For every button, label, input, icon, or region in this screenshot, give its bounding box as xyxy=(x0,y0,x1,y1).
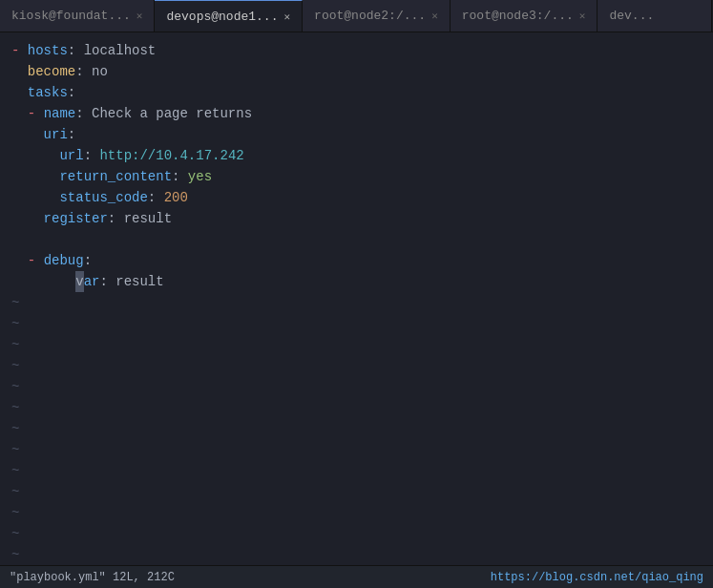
dash-name: - xyxy=(28,103,44,124)
editor: - hosts: localhost become: no tasks: - n… xyxy=(0,32,713,565)
tab-dev[interactable]: dev... xyxy=(598,0,712,32)
val-url: http://10.4.17.242 xyxy=(99,145,243,166)
colon-url: : xyxy=(84,145,100,166)
key-uri: uri xyxy=(44,124,68,145)
indent-reg xyxy=(11,208,44,229)
editor-content[interactable]: - hosts: localhost become: no tasks: - n… xyxy=(0,36,713,561)
key-var: ar xyxy=(84,271,100,292)
tilde-5: ~ xyxy=(4,376,713,397)
val-return-content: yes xyxy=(188,166,212,187)
tab-devops-close[interactable]: ✕ xyxy=(283,10,290,23)
tab-devops-label: devops@node1... xyxy=(166,10,278,24)
colon-sc: : xyxy=(148,187,164,208)
colon-var: : xyxy=(99,271,115,292)
line-1: - hosts: localhost xyxy=(4,40,713,61)
tilde-12: ~ xyxy=(4,523,713,544)
dash-hosts: - xyxy=(11,40,28,61)
tilde-2: ~ xyxy=(4,313,713,334)
tilde-9: ~ xyxy=(4,460,713,481)
tilde-6: ~ xyxy=(4,397,713,418)
key-hosts: hosts xyxy=(28,40,68,61)
key-register: register xyxy=(44,208,108,229)
line-8: status_code: 200 xyxy=(4,187,713,208)
line-5: uri: xyxy=(4,124,713,145)
line-10 xyxy=(4,229,713,250)
val-status-code: 200 xyxy=(164,187,188,208)
key-name: name xyxy=(44,103,76,124)
tab-kiosk-label: kiosk@foundat... xyxy=(11,9,131,23)
key-return-content: return_content xyxy=(59,166,172,187)
tilde-4: ~ xyxy=(4,355,713,376)
tilde-1: ~ xyxy=(4,292,713,313)
indent-name xyxy=(11,103,28,124)
indent-tasks xyxy=(11,82,28,103)
line-6: url: http://10.4.17.242 xyxy=(4,145,713,166)
tab-root-node2-label: root@node2:/... xyxy=(314,9,426,23)
line-12: var: result xyxy=(4,271,713,292)
colon-reg: : xyxy=(108,208,124,229)
val-register: result xyxy=(124,208,172,229)
indent-uri xyxy=(11,124,44,145)
line-3: tasks: xyxy=(4,82,713,103)
colon-become: : xyxy=(75,61,92,82)
tab-root-node2-close[interactable]: ✕ xyxy=(431,10,438,22)
tab-root-node2[interactable]: root@node2:/... ✕ xyxy=(303,0,451,32)
tilde-8: ~ xyxy=(4,439,713,460)
dash-debug: - xyxy=(28,250,44,271)
line-11: - debug: xyxy=(4,250,713,271)
tab-kiosk-close[interactable]: ✕ xyxy=(136,10,143,22)
indent-debug xyxy=(11,250,28,271)
colon-debug: : xyxy=(84,250,92,271)
indent-url xyxy=(11,145,59,166)
cursor-char: v xyxy=(75,271,83,292)
key-debug: debug xyxy=(44,250,84,271)
indent-sc xyxy=(11,187,59,208)
tab-root-node3-close[interactable]: ✕ xyxy=(579,10,586,22)
val-var: result xyxy=(115,271,163,292)
indent-var xyxy=(11,271,75,292)
line-7: return_content: yes xyxy=(4,166,713,187)
tilde-7: ~ xyxy=(4,418,713,439)
status-bar: "playbook.yml" 12L, 212C https://blog.cs… xyxy=(0,565,713,588)
val-name: Check a page returns xyxy=(92,103,252,124)
tilde-10: ~ xyxy=(4,481,713,502)
key-become: become xyxy=(28,61,75,82)
tab-root-node3-label: root@node3:/... xyxy=(462,9,574,23)
colon-rc: : xyxy=(172,166,188,187)
key-status-code: status_code xyxy=(59,187,147,208)
tilde-3: ~ xyxy=(4,334,713,355)
key-url: url xyxy=(59,145,83,166)
indent-become xyxy=(11,61,28,82)
tab-bar: kiosk@foundat... ✕ devops@node1... ✕ roo… xyxy=(0,0,713,32)
colon-name: : xyxy=(75,103,92,124)
tab-devops[interactable]: devops@node1... ✕ xyxy=(155,0,303,32)
colon-tasks: : xyxy=(68,82,75,103)
line-2: become: no xyxy=(4,61,713,82)
colon-uri: : xyxy=(68,124,75,145)
tab-root-node3[interactable]: root@node3:/... ✕ xyxy=(451,0,598,32)
line-4: - name: Check a page returns xyxy=(4,103,713,124)
val-hosts: localhost xyxy=(84,40,157,61)
tilde-11: ~ xyxy=(4,502,713,523)
line-9: register: result xyxy=(4,208,713,229)
indent-rc xyxy=(11,166,59,187)
key-tasks: tasks xyxy=(28,82,68,103)
tab-kiosk[interactable]: kiosk@foundat... ✕ xyxy=(0,0,155,32)
tilde-13: ~ xyxy=(4,544,713,561)
colon-hosts: : xyxy=(68,40,84,61)
tab-dev-label: dev... xyxy=(609,9,654,23)
status-file-info: "playbook.yml" 12L, 212C xyxy=(10,571,175,584)
status-url: https://blog.csdn.net/qiao_qing xyxy=(491,571,703,584)
val-become: no xyxy=(92,61,108,82)
